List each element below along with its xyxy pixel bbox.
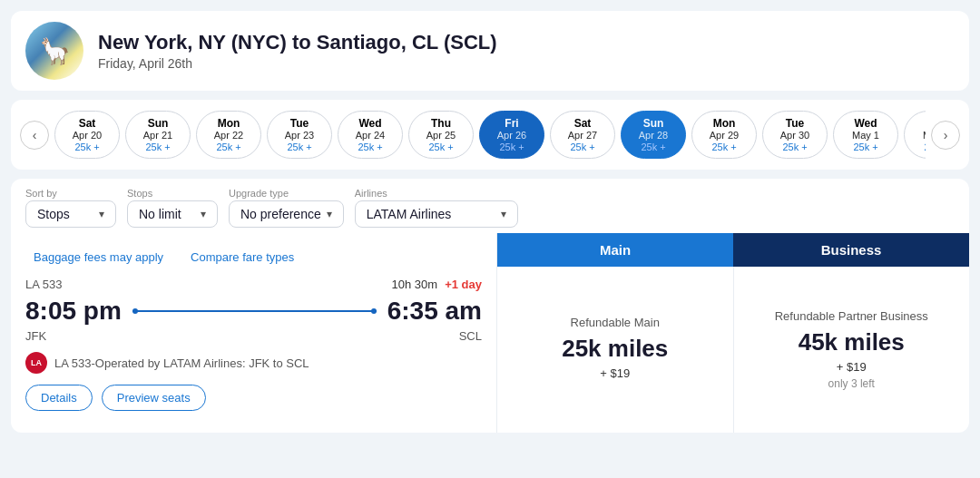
date-day: Tue [280, 117, 318, 130]
date-day: Fri [493, 117, 531, 130]
date-day: Mon [705, 117, 743, 130]
stops-value: No limit [139, 207, 181, 221]
date-date: Apr 27 [564, 130, 602, 141]
arrive-time: 6:35 am [387, 297, 482, 326]
flight-section: Baggage fees may apply Compare fare type… [11, 233, 497, 433]
route-title: New York, NY (NYC) to Santiago, CL (SCL) [98, 31, 497, 54]
business-fare-type: Refundable Partner Business [775, 309, 928, 323]
date-day: Sat [68, 117, 106, 130]
sort-select[interactable]: Stops ▾ [25, 200, 116, 228]
upgrade-chevron-icon: ▾ [327, 208, 332, 220]
date-day: Mon [210, 117, 248, 130]
date-pill-6[interactable]: FriApr 2625k + [479, 111, 544, 159]
date-pill-5[interactable]: ThuApr 2525k + [408, 111, 474, 159]
stops-filter: Stops No limit ▾ [127, 188, 218, 228]
date-date: Apr 25 [422, 130, 460, 141]
date-pill-1[interactable]: SunApr 2125k + [125, 111, 191, 159]
depart-time: 8:05 pm [25, 297, 122, 326]
date-day: Sun [634, 117, 672, 130]
avatar: 🦙 [25, 22, 83, 80]
airlines-label: Airlines [355, 188, 518, 199]
date-pill-11[interactable]: WedMay 125k + [833, 111, 898, 159]
airlines-select[interactable]: LATAM Airlines ▾ [355, 200, 518, 228]
date-price: 25k + [351, 141, 389, 152]
date-price: 25k + [422, 141, 460, 152]
business-fare-fee: + $19 [837, 360, 867, 374]
business-fare-header: Business [733, 233, 969, 267]
date-day: Thu [422, 117, 460, 130]
main-fare-fee: + $19 [600, 366, 630, 380]
stops-select[interactable]: No limit ▾ [127, 200, 218, 228]
date-price: 25k + [847, 141, 885, 152]
action-links: Baggage fees may apply Compare fare type… [25, 246, 482, 278]
filters-bar: Sort by Stops ▾ Stops No limit ▾ Upgrade… [11, 179, 969, 233]
date-date: Apr 20 [68, 130, 106, 141]
prev-date-button[interactable]: ‹ [20, 121, 49, 150]
next-date-button[interactable]: › [931, 121, 960, 150]
compare-fare-link[interactable]: Compare fare types [182, 246, 302, 268]
route-date: Friday, April 26th [98, 56, 497, 71]
flight-number: LA 533 [25, 278, 63, 291]
depart-airport: JFK [25, 329, 46, 343]
date-pill-0[interactable]: SatApr 2025k + [54, 111, 120, 159]
date-date: Apr 29 [705, 130, 743, 141]
sort-label: Sort by [25, 188, 116, 199]
date-price: 25k + [564, 141, 602, 152]
stops-label: Stops [127, 188, 218, 199]
chevron-right-icon: › [944, 128, 948, 142]
date-pill-12[interactable]: ThuMay 225k + [904, 111, 926, 159]
flight-meta: LA 533 10h 30m +1 day [25, 278, 482, 291]
business-fare-miles: 45k miles [799, 328, 905, 356]
flight-times: 8:05 pm 6:35 am [25, 297, 482, 326]
details-button[interactable]: Details [25, 385, 93, 411]
date-date: Apr 23 [280, 130, 318, 141]
airlines-value: LATAM Airlines [367, 207, 452, 221]
date-pill-2[interactable]: MonApr 2225k + [196, 111, 261, 159]
fare-content: Refundable Main 25k miles + $19 Refundab… [497, 267, 969, 433]
route-info: New York, NY (NYC) to Santiago, CL (SCL)… [98, 31, 497, 71]
date-pill-8[interactable]: SunApr 2825k + [621, 111, 686, 159]
sort-chevron-icon: ▾ [99, 208, 104, 220]
upgrade-value: No preference [240, 207, 321, 221]
date-price: 25k + [493, 141, 531, 152]
dates-container: SatApr 2025k +SunApr 2125k +MonApr 2225k… [54, 111, 926, 159]
fare-columns: Main Business Refundable Main 25k miles … [497, 233, 969, 433]
main-fare-column[interactable]: Refundable Main 25k miles + $19 [497, 267, 734, 433]
flight-airports: JFK SCL [25, 329, 482, 343]
date-pill-9[interactable]: MonApr 2925k + [691, 111, 757, 159]
date-day: Wed [847, 117, 885, 130]
date-price: 25k + [917, 141, 926, 152]
date-pill-4[interactable]: WedApr 2425k + [338, 111, 403, 159]
date-day: Tue [776, 117, 814, 130]
date-day: Sun [139, 117, 177, 130]
avatar-image: 🦙 [25, 22, 83, 80]
date-pill-7[interactable]: SatApr 2725k + [550, 111, 615, 159]
airlines-filter: Airlines LATAM Airlines ▾ [355, 188, 518, 228]
business-fare-availability: only 3 left [828, 377, 875, 390]
date-pill-10[interactable]: TueApr 3025k + [762, 111, 828, 159]
date-price: 25k + [634, 141, 672, 152]
arrive-airport: SCL [459, 329, 482, 343]
upgrade-label: Upgrade type [229, 188, 344, 199]
date-date: Apr 22 [210, 130, 248, 141]
fare-headers: Main Business [497, 233, 969, 267]
date-price: 25k + [68, 141, 106, 152]
date-date: Apr 21 [139, 130, 177, 141]
date-price: 25k + [776, 141, 814, 152]
main-fare-type: Refundable Main [571, 316, 660, 329]
date-pill-3[interactable]: TueApr 2325k + [267, 111, 332, 159]
airlines-chevron-icon: ▾ [501, 208, 506, 220]
main-fare-header: Main [497, 233, 733, 267]
flight-actions: Details Preview seats [25, 385, 482, 411]
date-date: Apr 26 [493, 130, 531, 141]
sort-filter: Sort by Stops ▾ [25, 188, 116, 228]
preview-seats-button[interactable]: Preview seats [102, 385, 206, 411]
sort-value: Stops [37, 207, 70, 221]
flight-duration-info: 10h 30m +1 day [392, 278, 482, 291]
business-fare-column[interactable]: Refundable Partner Business 45k miles + … [734, 267, 970, 433]
upgrade-select[interactable]: No preference ▾ [229, 200, 344, 228]
route-header: 🦙 New York, NY (NYC) to Santiago, CL (SC… [11, 11, 969, 91]
flight-operated: LA LA 533-Operated by LATAM Airlines: JF… [25, 352, 482, 374]
flight-line [132, 310, 377, 312]
baggage-fees-link[interactable]: Baggage fees may apply [25, 246, 172, 268]
